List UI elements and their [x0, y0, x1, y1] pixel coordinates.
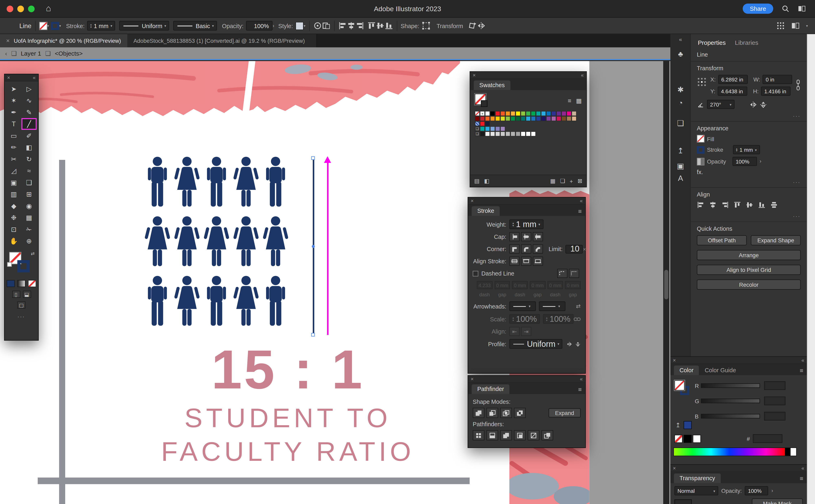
cap-butt-button[interactable] — [510, 232, 520, 241]
scale-tool[interactable]: ◿ — [6, 165, 21, 177]
collapse-panel-icon[interactable]: « — [33, 74, 36, 81]
current-swatch-preview[interactable] — [475, 94, 490, 108]
line-segment-tool[interactable]: ╱ — [21, 118, 37, 130]
fill-proxy-swatch[interactable] — [39, 22, 47, 30]
join-bevel-button[interactable] — [533, 244, 543, 254]
swatch[interactable] — [490, 131, 495, 136]
swatch[interactable] — [536, 116, 541, 121]
rotation-combo[interactable]: 270°▾ — [707, 100, 735, 109]
paintbrush-tool[interactable]: ✐ — [21, 130, 37, 142]
gray-horizontal-bar-artwork[interactable] — [38, 478, 470, 484]
swatch[interactable] — [505, 111, 511, 116]
swatch[interactable] — [500, 126, 505, 131]
align-right-icon[interactable] — [721, 201, 729, 209]
magenta-arrow-artwork[interactable] — [327, 163, 328, 335]
swatch[interactable] — [531, 116, 536, 121]
line-center-anchor[interactable] — [312, 245, 315, 248]
canvas[interactable]: 15 : 1 STUDENT TO FACULTY RATIO × « ➤▷✶∿… — [0, 61, 670, 504]
toolbar-more-icon[interactable]: ... — [18, 312, 25, 318]
woman-pictogram[interactable] — [174, 273, 200, 331]
swatch[interactable] — [572, 111, 577, 116]
unite-button[interactable] — [473, 408, 485, 418]
panel-menu-icon[interactable]: ≡ — [800, 475, 803, 482]
opacity-field[interactable]: 100% — [733, 157, 757, 166]
workspace-panels-icon[interactable] — [798, 5, 806, 13]
rotate-tool[interactable]: ↻ — [21, 153, 37, 165]
tab-color[interactable]: Color — [674, 366, 699, 375]
properties-club-icon[interactable]: ♣ — [670, 49, 691, 58]
swatch[interactable] — [500, 116, 505, 121]
swatch[interactable] — [561, 116, 567, 121]
merge-button[interactable] — [500, 430, 512, 440]
white-swatch[interactable] — [693, 435, 701, 443]
collapse-panel-icon[interactable]: « — [580, 376, 583, 383]
dash-align-button[interactable] — [569, 269, 579, 278]
woman-pictogram[interactable] — [262, 214, 289, 271]
red-slider[interactable] — [701, 383, 760, 388]
transform-more-options[interactable]: ... — [697, 112, 801, 118]
miter-limit-value[interactable]: 10 — [566, 245, 583, 253]
figure-grid[interactable] — [144, 154, 289, 333]
draw-normal-button[interactable]: ▯ — [12, 291, 20, 298]
swatch[interactable] — [490, 116, 495, 121]
blend-tool[interactable]: ◉ — [21, 200, 37, 212]
pencil-tool[interactable]: ✏ — [6, 142, 21, 153]
align-right-icon[interactable] — [355, 21, 364, 30]
swatch[interactable] — [490, 126, 495, 131]
align-bottom-icon[interactable] — [384, 21, 393, 30]
screen-mode-button[interactable]: ▢ — [17, 301, 25, 309]
woman-pictogram[interactable] — [144, 214, 171, 271]
hex-field[interactable] — [753, 434, 782, 443]
export-icon[interactable]: ↥ — [670, 146, 691, 155]
swatch[interactable] — [567, 116, 572, 121]
back-icon[interactable]: ‹ — [5, 50, 7, 57]
swatch[interactable] — [531, 111, 536, 116]
swatch[interactable] — [495, 126, 500, 131]
green-slider[interactable] — [701, 399, 760, 403]
flip-horizontal-icon[interactable] — [477, 21, 486, 30]
style-chevron-icon[interactable]: ▾ — [303, 24, 305, 28]
eyedropper-tool[interactable]: ◆ — [6, 200, 21, 212]
gap-value[interactable]: 0 mm — [530, 281, 546, 289]
align-top-icon[interactable] — [367, 21, 376, 30]
none-mode-button[interactable] — [28, 280, 36, 287]
swatch[interactable] — [516, 116, 521, 121]
woman-pictogram[interactable] — [233, 214, 259, 271]
flip-along-icon[interactable] — [567, 340, 572, 347]
zoom-tool[interactable]: ⊕ — [21, 235, 37, 247]
free-transform-tool[interactable]: ▣ — [6, 177, 21, 189]
column-graph-tool[interactable]: ▦ — [21, 212, 37, 224]
swatch[interactable] — [480, 126, 485, 131]
scissors-tool[interactable]: ✂ — [6, 153, 21, 165]
swatch[interactable] — [480, 131, 485, 136]
search-icon[interactable] — [781, 5, 790, 13]
swatch[interactable] — [551, 116, 556, 121]
blue-slider[interactable] — [701, 414, 760, 419]
collapse-panel-icon[interactable]: « — [802, 465, 804, 472]
fill-stroke-indicator[interactable]: ⇄ — [7, 251, 36, 277]
align-pixel-grid-button[interactable]: Align to Pixel Grid — [697, 265, 801, 275]
rectangle-tool[interactable]: ▭ — [6, 130, 21, 142]
swatch[interactable] — [521, 131, 526, 136]
swatch[interactable] — [546, 116, 551, 121]
close-panel-icon[interactable]: × — [471, 376, 474, 383]
document-setup-icon[interactable] — [313, 21, 322, 30]
layers-icon[interactable]: ❏ — [670, 119, 691, 128]
swatch[interactable] — [556, 111, 561, 116]
minus-back-button[interactable] — [542, 430, 553, 440]
list-view-icon[interactable]: ≡ — [568, 97, 572, 104]
swatch[interactable] — [556, 116, 561, 121]
color-fill-stroke-indicator[interactable] — [674, 380, 692, 398]
arrowhead-start-combo[interactable]: ▾ — [510, 301, 536, 311]
gap-value[interactable]: 0 mm — [565, 281, 581, 289]
flip-horizontal-icon[interactable] — [749, 101, 757, 108]
stroke-proxy-swatch[interactable] — [51, 22, 59, 30]
draw-behind-button[interactable]: ⬓ — [23, 291, 31, 298]
lasso-tool[interactable]: ∿ — [21, 95, 37, 107]
swatch[interactable] — [511, 131, 516, 136]
grid-view-icon[interactable]: ▦ — [576, 97, 582, 104]
stroke-chevron-icon[interactable]: ▾ — [59, 24, 61, 28]
stroke-color-swatch[interactable] — [697, 146, 705, 154]
swatch[interactable] — [541, 111, 546, 116]
arrow-align-tip-button[interactable]: ⇤ — [510, 327, 520, 336]
